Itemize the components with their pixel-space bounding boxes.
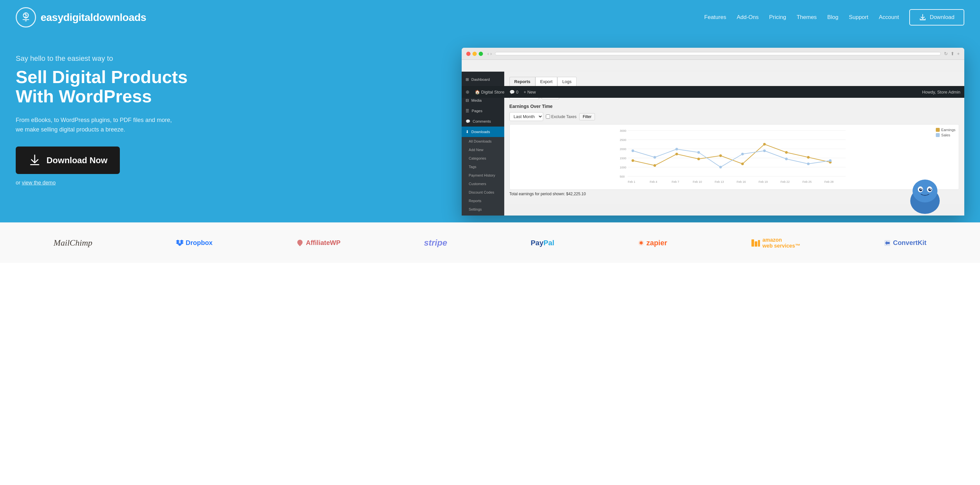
svg-text:Feb 13: Feb 13 [714,180,724,184]
amazon-icon [751,239,760,247]
svg-point-24 [807,156,810,158]
wp-site-name: 🏠 Digital Store [475,90,504,95]
close-dot[interactable] [466,52,471,56]
nav-features[interactable]: Features [704,14,726,21]
svg-point-53 [929,189,931,190]
svg-point-16 [631,159,634,162]
svg-text:3000: 3000 [619,129,626,132]
mascot-character [905,173,945,216]
dropbox-label: Dropbox [186,239,213,247]
partner-mailchimp[interactable]: MailChimp [54,238,92,248]
browser-mockup-container: ‹ › ↻ ⬆ + ⊕ 🏠 [462,48,964,216]
partner-paypal[interactable]: PayPal [531,239,554,247]
nav-account[interactable]: Account [879,14,899,21]
svg-text:Feb 1: Feb 1 [628,180,635,184]
forward-icon[interactable]: › [490,51,492,56]
filter-button[interactable]: Filter [579,113,595,120]
svg-point-18 [675,153,678,155]
browser-mockup: ‹ › ↻ ⬆ + ⊕ 🏠 [462,48,964,216]
partner-affiliatewp[interactable]: AffiliateWP [296,239,340,247]
nav-addons[interactable]: Add-Ons [737,14,759,21]
wp-comment-count: 💬 0 [509,90,518,95]
sidebar-item-pages[interactable]: ☰ Pages [462,106,504,116]
svg-text:Feb 10: Feb 10 [692,180,702,184]
share-icon: ⬆ [951,51,955,56]
fullscreen-dot[interactable] [479,52,483,56]
back-icon[interactable]: ‹ [488,51,489,56]
partner-zapier[interactable]: ✱ zapier [638,239,667,247]
nav-pricing[interactable]: Pricing [769,14,786,21]
chart-total: Total earnings for period shown: $42,225… [509,192,959,196]
chart-legend: Earnings Sales [936,128,955,137]
convertkit-icon [884,239,891,247]
svg-point-21 [741,163,744,165]
svg-text:Feb 25: Feb 25 [802,180,811,184]
submenu-customers[interactable]: Customers [462,179,504,188]
submenu-tags[interactable]: Tags [462,163,504,171]
nav-support[interactable]: Support [849,14,869,21]
legend-sales-label: Sales [941,133,951,137]
partner-dropbox[interactable]: Dropbox [176,239,213,247]
submenu-tools[interactable]: Tools [462,214,504,216]
svg-text:2000: 2000 [619,147,626,151]
svg-point-23 [785,151,788,154]
refresh-icon[interactable]: ↻ [944,51,948,56]
submenu-add-new[interactable]: Add New [462,146,504,154]
download-now-button[interactable]: Download Now [16,146,120,174]
browser-nav-buttons: ‹ › [488,51,492,56]
hero-content: Say hello to the easiest way to Sell Dig… [0,35,980,216]
svg-text:Feb 19: Feb 19 [758,180,767,184]
download-icon [919,14,926,21]
svg-rect-3 [30,164,39,165]
svg-point-19 [697,158,700,160]
svg-text:2500: 2500 [619,138,626,142]
browser-traffic-lights [466,52,483,56]
partner-stripe[interactable]: stripe [424,238,447,248]
chart-title: Earnings Over Time [509,104,959,109]
sidebar-label-media: Media [471,98,482,102]
sidebar-item-dashboard[interactable]: ⊞ Dashboard [462,74,504,85]
submenu-settings[interactable]: Settings [462,205,504,214]
sidebar-item-downloads[interactable]: ⬇ Downloads [462,127,504,137]
submenu-all-downloads[interactable]: All Downloads [462,137,504,146]
legend-sales: Sales [936,133,955,137]
legend-earnings: Earnings [936,128,955,132]
submenu-categories[interactable]: Categories [462,154,504,163]
nav-download-button[interactable]: Download [909,9,964,25]
partner-convertkit[interactable]: ConvertKit [884,239,926,247]
svg-text:Feb 28: Feb 28 [824,180,833,184]
nav-themes[interactable]: Themes [797,14,817,21]
svg-point-29 [697,151,700,154]
tab-export[interactable]: Export [535,77,558,86]
partner-amazon[interactable]: amazonweb services™ [751,237,800,249]
period-select[interactable]: Last Month [509,112,543,121]
logo-text: easydigitaldownloads [41,11,146,24]
nav-blog[interactable]: Blog [827,14,838,21]
wp-topbar: ⊕ 🏠 Digital Store 💬 0 + New Howdy, Store… [462,86,964,98]
sidebar-item-comments[interactable]: 💬 Comments [462,116,504,127]
view-demo-link[interactable]: view the demo [22,180,56,185]
submenu-reports[interactable]: Reports [462,197,504,205]
url-bar[interactable] [495,52,941,55]
svg-point-28 [675,148,678,151]
wp-new-button[interactable]: + New [523,90,536,95]
svg-point-27 [653,156,656,158]
new-tab-icon[interactable]: + [957,51,960,56]
submenu-discount-codes[interactable]: Discount Codes [462,188,504,197]
svg-text:Feb 22: Feb 22 [780,180,789,184]
earnings-color [936,128,940,132]
downloads-icon: ⬇ [466,130,469,134]
hero-left: Say hello to the easiest way to Sell Dig… [16,48,443,186]
exclude-taxes-label: Exclude Taxes [546,114,577,119]
exclude-taxes-checkbox[interactable] [546,114,550,119]
site-logo[interactable]: easydigitaldownloads [16,7,146,27]
svg-text:Feb 7: Feb 7 [671,180,679,184]
tab-logs[interactable]: Logs [557,77,576,86]
svg-point-34 [807,163,810,165]
submenu-payment-history[interactable]: Payment History [462,171,504,179]
hero-title: Sell Digital Products With WordPress [16,67,443,106]
minimize-dot[interactable] [473,52,477,56]
tab-reports[interactable]: Reports [509,77,535,86]
hero-subtitle: Say hello to the easiest way to [16,54,443,63]
cta-download-icon [28,154,41,167]
